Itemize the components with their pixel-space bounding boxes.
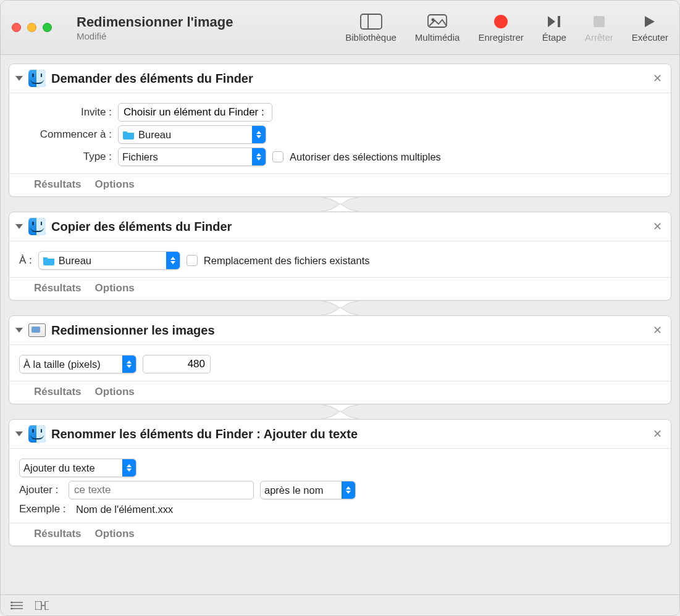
connector — [9, 300, 671, 316]
svg-point-4 — [494, 15, 508, 28]
statusbar — [1, 594, 679, 615]
titlebar: Redimensionner l'image Modifié Bibliothè… — [1, 1, 679, 55]
action-title: Redimensionner les images — [51, 323, 653, 338]
step-button[interactable]: Étape — [542, 12, 566, 43]
action-footer: Résultats Options — [9, 277, 671, 300]
close-icon[interactable]: ✕ — [653, 427, 662, 441]
connector — [9, 404, 671, 420]
preview-icon — [28, 321, 46, 339]
action-title: Demander des éléments du Finder — [51, 72, 653, 86]
toolbar: Bibliothèque Multimédia Enregistrer Étap… — [345, 12, 668, 43]
log-view-icon[interactable] — [10, 601, 24, 610]
action-title: Copier des éléments du Finder — [51, 220, 653, 234]
resize-mode-popup[interactable]: À la taille (pixels) — [19, 355, 136, 373]
disclosure-triangle-icon[interactable] — [15, 224, 23, 229]
run-button[interactable]: Exécuter — [632, 12, 668, 43]
close-icon[interactable]: ✕ — [653, 220, 662, 233]
action-header[interactable]: Demander des éléments du Finder ✕ — [9, 64, 671, 93]
type-value: Fichiers — [122, 151, 248, 163]
library-label: Bibliothèque — [345, 32, 397, 43]
svg-rect-0 — [361, 14, 382, 29]
record-button[interactable]: Enregistrer — [478, 12, 523, 43]
close-icon[interactable]: ✕ — [653, 323, 662, 337]
title-block: Redimensionner l'image Modifié — [64, 14, 233, 41]
type-label: Type : — [19, 151, 112, 163]
popup-arrows-icon — [252, 148, 266, 165]
run-icon — [638, 12, 661, 31]
close-button[interactable] — [12, 23, 21, 32]
disclosure-triangle-icon[interactable] — [15, 76, 23, 81]
replace-label: Remplacement des fichiers existants — [204, 255, 370, 267]
add-text-input[interactable] — [69, 481, 254, 499]
action-copy-finder-items: Copier des éléments du Finder ✕ À : Bure… — [9, 212, 671, 301]
stop-label: Arrêter — [585, 32, 613, 43]
stop-button[interactable]: Arrêter — [585, 12, 613, 43]
to-value: Bureau — [59, 255, 162, 267]
results-button[interactable]: Résultats — [34, 528, 82, 540]
to-popup[interactable]: Bureau — [38, 251, 180, 270]
position-popup[interactable]: après le nom — [260, 481, 356, 499]
options-button[interactable]: Options — [95, 178, 135, 191]
action-body: Invite : Commencer à : Bureau Type : Fic… — [9, 93, 671, 173]
action-header[interactable]: Redimensionner les images ✕ — [9, 316, 671, 345]
minimize-button[interactable] — [27, 23, 36, 32]
startat-popup[interactable]: Bureau — [118, 125, 266, 144]
startat-label: Commencer à : — [19, 128, 112, 141]
svg-rect-15 — [35, 601, 41, 610]
disclosure-triangle-icon[interactable] — [15, 328, 23, 333]
popup-arrows-icon — [122, 459, 136, 477]
library-button[interactable]: Bibliothèque — [345, 12, 397, 43]
size-input[interactable] — [143, 355, 211, 373]
action-title: Renommer les éléments du Finder : Ajoute… — [51, 427, 653, 441]
type-popup[interactable]: Fichiers — [118, 148, 266, 166]
multiple-checkbox[interactable] — [272, 151, 283, 162]
options-button[interactable]: Options — [95, 386, 135, 398]
action-footer: Résultats Options — [9, 523, 671, 546]
workflow-view-icon[interactable] — [35, 601, 49, 610]
media-button[interactable]: Multimédia — [415, 12, 460, 43]
options-button[interactable]: Options — [95, 528, 135, 540]
record-icon — [489, 12, 513, 31]
traffic-lights — [12, 23, 52, 32]
finder-icon — [28, 425, 46, 443]
add-label: Ajouter : — [19, 484, 62, 496]
resize-mode-value: À la taille (pixels) — [23, 359, 119, 370]
record-label: Enregistrer — [478, 32, 523, 43]
invite-label: Invite : — [19, 106, 112, 119]
action-ask-finder-items: Demander des éléments du Finder ✕ Invite… — [9, 64, 671, 197]
popup-arrows-icon — [166, 252, 180, 269]
replace-checkbox[interactable] — [187, 255, 198, 266]
startat-value: Bureau — [138, 129, 248, 141]
options-button[interactable]: Options — [95, 282, 135, 294]
run-label: Exécuter — [632, 32, 668, 43]
svg-rect-6 — [558, 16, 560, 27]
svg-point-13 — [11, 604, 13, 606]
window-subtitle: Modifié — [77, 31, 233, 41]
svg-marker-5 — [548, 16, 555, 27]
results-button[interactable]: Résultats — [34, 386, 82, 398]
action-header[interactable]: Renommer les éléments du Finder : Ajoute… — [9, 420, 671, 449]
disclosure-triangle-icon[interactable] — [15, 431, 23, 436]
maximize-button[interactable] — [43, 23, 52, 32]
svg-rect-2 — [428, 15, 447, 27]
invite-input[interactable] — [118, 103, 272, 122]
action-rename-finder-items: Renommer les éléments du Finder : Ajoute… — [9, 419, 671, 546]
popup-arrows-icon — [122, 356, 136, 373]
popup-arrows-icon — [342, 481, 355, 499]
close-icon[interactable]: ✕ — [653, 72, 662, 85]
results-button[interactable]: Résultats — [34, 282, 82, 294]
automator-window: Redimensionner l'image Modifié Bibliothè… — [0, 0, 680, 616]
svg-marker-8 — [645, 16, 655, 27]
multiple-label: Autoriser des sélections multiples — [290, 151, 441, 163]
connector — [9, 196, 671, 212]
rename-mode-popup[interactable]: Ajouter du texte — [19, 459, 136, 477]
action-footer: Résultats Options — [9, 381, 671, 404]
step-label: Étape — [542, 32, 566, 43]
results-button[interactable]: Résultats — [34, 178, 82, 191]
action-body: Ajouter du texte Ajouter : après le nom … — [9, 449, 671, 523]
svg-point-12 — [11, 601, 13, 603]
action-body: À : Bureau Remplacement des fichiers exi… — [9, 241, 671, 277]
action-header[interactable]: Copier des éléments du Finder ✕ — [9, 212, 671, 241]
workflow-area[interactable]: Demander des éléments du Finder ✕ Invite… — [1, 55, 679, 594]
example-label: Exemple : — [19, 503, 70, 515]
